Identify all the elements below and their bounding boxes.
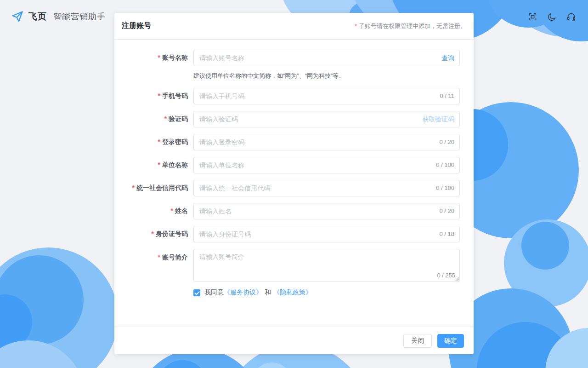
id-number-control: 0 / 18 <box>193 226 460 242</box>
required-star: * <box>158 54 160 61</box>
form-row-credit-code: *统一社会信用代码 0 / 100 <box>114 180 460 196</box>
captcha-control: 获取验证码 <box>193 111 460 127</box>
resize-grip[interactable] <box>455 277 459 281</box>
support-headset-icon[interactable] <box>566 12 576 22</box>
required-star: * <box>132 184 135 191</box>
id-number-label: *身份证号码 <box>114 230 193 238</box>
name-input[interactable] <box>193 203 460 219</box>
form-row-intro: *账号简介 0 / 255 <box>114 249 460 282</box>
register-dialog: 注册账号 *子账号请在权限管理中添加，无需注册。 *账号名称 查询 建议使用单位… <box>114 13 474 354</box>
form-row-company: *单位名称 0 / 100 <box>114 157 460 173</box>
captcha-input[interactable] <box>193 111 460 127</box>
agreement-row: 我同意 《服务协议》 和 《隐私政策》 <box>193 288 460 297</box>
credit-code-control: 0 / 100 <box>193 180 460 196</box>
password-label: *登录密码 <box>114 138 193 146</box>
dark-mode-moon-icon[interactable] <box>547 12 557 22</box>
background-bubble <box>521 222 569 270</box>
agreement-conjunction: 和 <box>265 288 271 297</box>
form-row-id-number: *身份证号码 0 / 18 <box>114 226 460 242</box>
company-label: *单位名称 <box>114 161 193 169</box>
id-number-input[interactable] <box>193 226 460 242</box>
required-star: * <box>158 253 160 261</box>
credit-code-counter: 0 / 100 <box>436 180 454 196</box>
credit-code-input[interactable] <box>193 180 460 196</box>
phone-counter: 0 / 11 <box>440 88 454 104</box>
company-control: 0 / 100 <box>193 157 460 173</box>
form-row-name: *姓名 0 / 20 <box>114 203 460 219</box>
name-control: 0 / 20 <box>193 203 460 219</box>
intro-label: *账号简介 <box>114 249 193 265</box>
required-star: * <box>158 138 160 145</box>
fullscreen-icon[interactable] <box>528 12 537 22</box>
topbar: 飞页 智能营销助手 <box>0 0 588 33</box>
app-logo: 飞页 智能营销助手 <box>11 10 106 23</box>
terms-link[interactable]: 《服务协议》 <box>224 288 262 297</box>
account-name-helper: 建议使用单位名称的中文简称，如“网为”、“网为科技”等。 <box>193 72 460 80</box>
register-form: *账号名称 查询 建议使用单位名称的中文简称，如“网为”、“网为科技”等。 *手… <box>114 40 474 297</box>
name-label: *姓名 <box>114 207 193 215</box>
company-counter: 0 / 100 <box>436 157 454 173</box>
brand-name: 飞页 <box>28 11 47 23</box>
form-row-phone: *手机号码 0 / 11 <box>114 88 460 104</box>
brand-subtitle: 智能营销助手 <box>53 11 106 22</box>
paper-plane-icon <box>11 10 24 23</box>
password-input[interactable] <box>193 134 460 150</box>
privacy-link[interactable]: 《隐私政策》 <box>273 288 312 297</box>
query-link[interactable]: 查询 <box>441 50 454 66</box>
required-star: * <box>152 230 154 237</box>
close-button[interactable]: 关闭 <box>403 334 432 348</box>
form-row-password: *登录密码 0 / 20 <box>114 134 460 150</box>
phone-label: *手机号码 <box>114 92 193 100</box>
required-star: * <box>158 92 160 99</box>
intro-counter: 0 / 255 <box>435 272 455 279</box>
credit-code-label: *统一社会信用代码 <box>114 184 193 192</box>
phone-control: 0 / 11 <box>193 88 460 104</box>
dialog-footer: 关闭 确定 <box>114 327 474 354</box>
required-star: * <box>171 207 173 214</box>
account-name-control: 查询 <box>193 50 460 66</box>
password-counter: 0 / 20 <box>439 134 454 150</box>
name-counter: 0 / 20 <box>439 203 454 219</box>
agreement-prefix: 我同意 <box>204 288 224 297</box>
account-name-input[interactable] <box>193 50 460 66</box>
intro-control: 0 / 255 <box>193 249 460 282</box>
account-name-label: *账号名称 <box>114 54 193 62</box>
agreement-checkbox[interactable] <box>193 289 200 296</box>
get-captcha-link[interactable]: 获取验证码 <box>422 111 454 127</box>
form-row-account-name: *账号名称 查询 <box>114 50 460 66</box>
intro-textarea[interactable] <box>193 249 460 282</box>
id-number-counter: 0 / 18 <box>439 226 454 242</box>
confirm-button[interactable]: 确定 <box>437 334 464 348</box>
company-input[interactable] <box>193 157 460 173</box>
required-star: * <box>158 161 160 168</box>
topbar-actions <box>528 12 576 22</box>
form-row-captcha: *验证码 获取验证码 <box>114 111 460 127</box>
password-control: 0 / 20 <box>193 134 460 150</box>
phone-input[interactable] <box>193 88 460 104</box>
required-star: * <box>164 115 167 122</box>
captcha-label: *验证码 <box>114 115 193 123</box>
